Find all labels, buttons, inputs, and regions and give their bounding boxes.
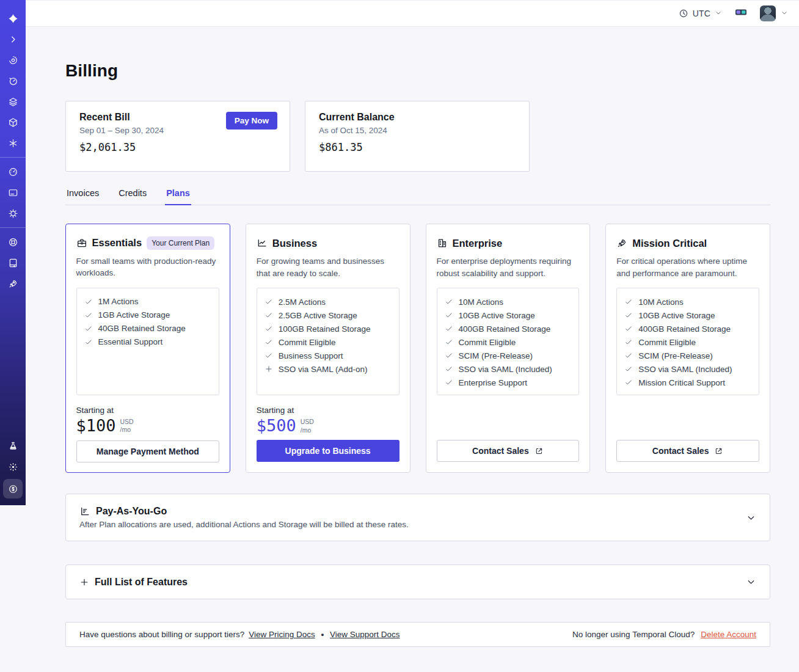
workflows-cube-icon[interactable] <box>2 112 23 133</box>
plan-card-essentials: Essentials Your Current Plan For small t… <box>65 224 230 473</box>
feature-item: 100GB Retained Storage <box>265 322 392 335</box>
plans-grid: Essentials Your Current Plan For small t… <box>65 224 770 473</box>
footer-separator: • <box>319 630 326 639</box>
billing-page: UTC Billing Recent Bill Sep 01 – Sep 30,… <box>0 0 799 672</box>
check-icon <box>445 298 453 306</box>
feature-label: SSO via SAML (Add-on) <box>279 365 368 374</box>
check-icon <box>265 298 273 306</box>
footer-question: Have questions about billing or support … <box>79 630 244 639</box>
essentials-cta-button[interactable]: Manage Payment Method <box>76 440 220 462</box>
enterprise-cta-button[interactable]: Contact Sales <box>437 440 580 462</box>
check-icon <box>445 338 453 346</box>
footer-link-view-pricing-docs[interactable]: View Pricing Docs <box>249 630 315 639</box>
price-amount: $500 <box>257 417 296 435</box>
feature-label: Commit Eligible <box>638 338 696 347</box>
billing-dollar-icon-active[interactable] <box>3 479 23 499</box>
chevron-down-icon[interactable] <box>746 577 756 587</box>
check-icon <box>84 324 93 333</box>
check-icon <box>84 298 93 306</box>
chevron-down-icon[interactable] <box>746 513 756 523</box>
plan-features: 10M Actions10GB Active Storage400GB Reta… <box>616 288 759 395</box>
feature-label: 1GB Active Storage <box>98 310 170 320</box>
feature-label: 10M Actions <box>638 298 684 307</box>
price-currency: USD <box>301 418 314 426</box>
plan-card-enterprise: Enterprise For enterprise deployments re… <box>426 224 591 473</box>
footer-account: No longer using Temporal Cloud? Delete A… <box>572 630 756 639</box>
full-features-header: Full List of Features <box>79 577 188 588</box>
feature-label: Enterprise Support <box>459 378 528 387</box>
usage-gauge-icon[interactable] <box>2 161 23 182</box>
labs-glasses-button[interactable] <box>734 5 748 21</box>
labs-flask-icon[interactable] <box>2 436 23 456</box>
check-icon <box>445 311 453 320</box>
check-icon <box>445 351 453 360</box>
topbar: UTC <box>26 0 799 27</box>
chevron-right-icon[interactable] <box>2 29 23 49</box>
timezone-selector[interactable]: UTC <box>679 9 722 18</box>
cta-label: Contact Sales <box>652 446 709 456</box>
building-icon <box>437 238 448 249</box>
nexus-asterisk-icon[interactable] <box>2 133 23 153</box>
footer-docs: Have questions about billing or support … <box>79 630 400 639</box>
feature-label: 10GB Active Storage <box>638 311 715 320</box>
check-icon <box>624 351 633 360</box>
plan-description: For growing teams and businesses that ar… <box>257 255 400 279</box>
getting-started-rocket-icon[interactable] <box>2 273 23 294</box>
price-period: /mo <box>301 426 314 435</box>
layers-icon[interactable] <box>2 91 23 112</box>
main-content: Billing Recent Bill Sep 01 – Sep 30, 202… <box>26 27 799 647</box>
delete-account-link[interactable]: Delete Account <box>701 630 756 639</box>
tab-credits[interactable]: Credits <box>117 188 148 205</box>
feature-label: 1M Actions <box>98 297 139 306</box>
feature-item: SCIM (Pre-Release) <box>445 349 572 362</box>
feature-label: 400GB Retained Storage <box>638 324 731 334</box>
feature-item: 2.5M Actions <box>265 295 392 309</box>
feature-item: SSO via SAML (Add-on) <box>265 362 392 376</box>
feature-item: Commit Eligible <box>624 335 751 349</box>
feature-item: 2.5GB Active Storage <box>265 309 392 322</box>
feature-label: Essential Support <box>98 337 163 346</box>
business-cta-button[interactable]: Upgrade to Business <box>257 440 400 462</box>
pay-now-button[interactable]: Pay Now <box>226 112 277 130</box>
billing-card-icon[interactable] <box>2 182 23 203</box>
recent-bill-card: Recent Bill Sep 01 – Sep 30, 2024 $2,061… <box>65 101 290 172</box>
mission-critical-cta-button[interactable]: Contact Sales <box>616 440 759 462</box>
current-balance-amount: $861.35 <box>319 141 516 153</box>
plan-features: 10M Actions10GB Active Storage400GB Reta… <box>437 288 580 395</box>
namespaces-icon[interactable] <box>2 49 23 70</box>
tab-plans[interactable]: Plans <box>165 188 191 205</box>
theme-sun-icon[interactable] <box>2 456 23 477</box>
schedules-icon[interactable] <box>2 70 23 91</box>
plan-description: For enterprise deployments requiring rob… <box>437 255 580 279</box>
account-menu[interactable] <box>760 5 788 21</box>
sidebar-divider <box>0 157 26 158</box>
plan-description: For critical operations where uptime and… <box>616 255 759 279</box>
price-unit: USD/mo <box>120 417 134 434</box>
check-icon <box>265 311 273 320</box>
current-balance-card: Current Balance As of Oct 15, 2024 $861.… <box>305 101 530 172</box>
plus-icon <box>79 577 89 587</box>
tab-invoices[interactable]: Invoices <box>65 188 100 205</box>
settings-gear-icon[interactable] <box>2 203 23 224</box>
timezone-label: UTC <box>693 9 710 18</box>
cta-label: Contact Sales <box>472 446 529 456</box>
full-features-title: Full List of Features <box>95 577 188 588</box>
external-link-icon <box>534 447 544 456</box>
support-lifebuoy-icon[interactable] <box>2 232 23 252</box>
docs-book-icon[interactable] <box>2 252 23 273</box>
chevron-down-icon <box>781 8 788 19</box>
page-title: Billing <box>65 61 770 81</box>
feature-label: SSO via SAML (Included) <box>638 365 732 374</box>
check-icon <box>624 298 633 306</box>
temporal-logo-icon[interactable] <box>2 8 23 29</box>
plan-features: 1M Actions1GB Active Storage40GB Retaine… <box>76 288 220 395</box>
check-icon <box>265 351 273 360</box>
pay-as-you-go-panel[interactable]: Pay-As-You-Go After Plan allocations are… <box>65 494 770 541</box>
full-features-panel[interactable]: Full List of Features <box>65 564 770 599</box>
chart-up-icon <box>257 238 268 249</box>
check-icon <box>624 311 633 320</box>
footer-link-view-support-docs[interactable]: View Support Docs <box>330 630 400 639</box>
recent-bill-amount: $2,061.35 <box>79 141 276 153</box>
feature-label: 40GB Retained Storage <box>98 324 186 333</box>
footer-right-question: No longer using Temporal Cloud? <box>572 630 695 639</box>
